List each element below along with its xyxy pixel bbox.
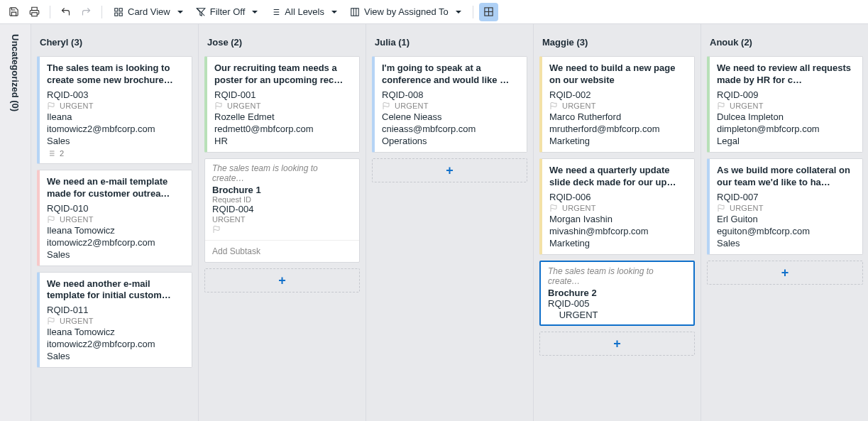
- card[interactable]: As we build more collateral on our team …: [707, 158, 863, 255]
- levels-dropdown[interactable]: All Levels: [265, 3, 343, 21]
- column-header: Anouk (2): [707, 28, 863, 56]
- filter-dropdown[interactable]: Filter Off: [190, 3, 264, 21]
- card-id: RQID-010: [47, 203, 185, 214]
- add-card-button[interactable]: +: [539, 332, 695, 356]
- card-view-dropdown[interactable]: Card View: [108, 3, 189, 21]
- card-view-icon: [114, 7, 123, 17]
- add-subtask-input[interactable]: Add Subtask: [205, 240, 359, 262]
- save-icon: [9, 6, 19, 17]
- card-email: itomowicz2@mbfcorp.com: [47, 124, 185, 134]
- card-title: I'm going to speak at a conference and w…: [382, 62, 520, 87]
- card-email: redmett0@mbfcorp.com: [214, 124, 352, 134]
- card-id: RQID-002: [549, 89, 687, 100]
- plus-icon: +: [781, 266, 789, 279]
- plus-icon: +: [278, 274, 286, 287]
- undo-button[interactable]: [56, 3, 75, 21]
- divider: [101, 6, 102, 18]
- card-urgent: URGENT: [47, 215, 185, 224]
- redo-icon: [81, 6, 92, 17]
- subtask-id: RQID-004: [212, 204, 352, 214]
- view-by-label: View by Assigned To: [364, 6, 449, 17]
- card-id: RQID-011: [47, 305, 185, 315]
- card-email: cnieass@mbfcorp.com: [382, 124, 520, 134]
- card-id: RQID-007: [717, 192, 855, 202]
- subtask-context: The sales team is looking to create…: [548, 266, 686, 286]
- plus-icon: +: [446, 164, 454, 177]
- print-button[interactable]: [25, 3, 44, 21]
- card-requester: Erl Guiton: [717, 214, 855, 224]
- undo-icon: [60, 6, 71, 17]
- card[interactable]: We need to review all requests made by H…: [707, 56, 863, 153]
- card-id: RQID-003: [47, 89, 185, 100]
- grid-icon: [483, 6, 494, 17]
- card-title: We need a quarterly update slide deck ma…: [549, 165, 687, 189]
- card-requester: Ileana Tomowicz: [47, 327, 185, 337]
- svg-rect-3: [115, 13, 118, 16]
- save-button[interactable]: [4, 3, 23, 21]
- subtasks-icon: [47, 149, 55, 158]
- card-dept: Operations: [382, 136, 520, 146]
- card-dept: Sales: [47, 351, 185, 361]
- card-title: We need an e-mail template made for cust…: [47, 176, 185, 200]
- flag-icon: [47, 215, 55, 224]
- card[interactable]: We need a quarterly update slide deck ma…: [539, 158, 695, 255]
- card[interactable]: Our recruiting team needs a poster for a…: [204, 56, 360, 153]
- card-email: dimpleton@mbfcorp.com: [717, 124, 855, 134]
- card-id: RQID-009: [717, 89, 855, 100]
- add-card-button[interactable]: +: [372, 158, 527, 182]
- column-anouk: Anouk (2) We need to review all requests…: [701, 24, 868, 421]
- card[interactable]: We need an e-mail template made for cust…: [37, 170, 192, 266]
- flag-icon: [382, 102, 390, 110]
- subtask-urgent: URGENT: [212, 215, 352, 224]
- card-dept: Marketing: [549, 136, 687, 146]
- card-urgent: URGENT: [47, 317, 185, 325]
- toolbar: Card View Filter Off All Levels View by …: [0, 0, 868, 24]
- card-requester: Morgan Ivashin: [549, 214, 687, 224]
- flag-icon: [214, 102, 223, 110]
- toggle-panel-button[interactable]: [479, 3, 498, 21]
- card-requester: Ileana: [47, 111, 185, 122]
- subtask-card[interactable]: The sales team is looking to create… Bro…: [204, 158, 360, 263]
- subtask-id-label: Request ID: [212, 195, 352, 204]
- flag-icon: [717, 204, 725, 212]
- subtask-urgent: URGENT: [548, 310, 686, 320]
- subtask-context: The sales team is looking to create…: [212, 163, 352, 183]
- divider: [473, 6, 473, 18]
- card[interactable]: We need another e-mail template for init…: [37, 272, 192, 368]
- card-title: We need to review all requests made by H…: [717, 62, 855, 87]
- card-requester: Dulcea Impleton: [717, 111, 855, 122]
- svg-line-6: [197, 8, 204, 16]
- view-by-dropdown[interactable]: View by Assigned To: [344, 3, 467, 21]
- card-title: We need to build a new page on our websi…: [549, 62, 687, 87]
- card[interactable]: We need to build a new page on our websi…: [539, 56, 695, 153]
- column-cheryl: Cheryl (3) The sales team is looking to …: [31, 24, 199, 421]
- card-dept: HR: [214, 136, 352, 146]
- card-urgent: URGENT: [47, 102, 185, 110]
- card-id: RQID-008: [382, 89, 520, 100]
- card-urgent: URGENT: [549, 204, 687, 212]
- card[interactable]: The sales team is looking to create some…: [37, 56, 192, 164]
- column-header: Jose (2): [204, 28, 360, 56]
- add-card-button[interactable]: +: [204, 268, 360, 292]
- column-header: Julia (1): [372, 28, 527, 56]
- flag-icon: [548, 310, 556, 318]
- card-title: Our recruiting team needs a poster for a…: [214, 62, 352, 87]
- column-jose: Jose (2) Our recruiting team needs a pos…: [199, 24, 366, 421]
- card-requester: Celene Nieass: [382, 111, 520, 122]
- flag-icon: [717, 102, 725, 110]
- card-dept: Legal: [717, 136, 855, 146]
- subtask-card-selected[interactable]: The sales team is looking to create… Bro…: [539, 261, 695, 326]
- filter-label: Filter Off: [210, 6, 246, 17]
- add-card-button[interactable]: +: [707, 261, 863, 285]
- svg-rect-4: [119, 13, 122, 16]
- svg-rect-1: [115, 8, 118, 11]
- column-maggie: Maggie (3) We need to build a new page o…: [534, 24, 701, 421]
- divider: [50, 6, 50, 18]
- redo-button[interactable]: [77, 3, 96, 21]
- column-julia: Julia (1) I'm going to speak at a confer…: [366, 24, 534, 421]
- card[interactable]: I'm going to speak at a conference and w…: [372, 56, 527, 153]
- uncategorized-lane[interactable]: Uncategorized (0): [0, 24, 31, 421]
- subtask-title: Brochure 1: [212, 185, 352, 195]
- card-email: mrutherford@mbfcorp.com: [549, 124, 687, 134]
- flag-icon: [212, 225, 221, 234]
